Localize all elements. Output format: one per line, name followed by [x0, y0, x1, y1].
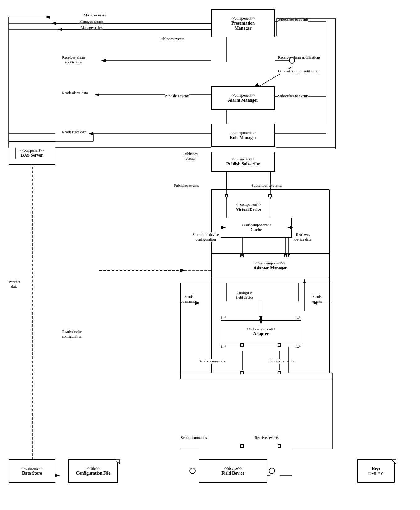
config-file-box: <<file>> Configuration File: [68, 459, 118, 483]
publishes-events-am-label: Publishes events: [165, 94, 189, 99]
fd-stereotype: <<device>>: [224, 466, 242, 471]
publishes-events-pm-label: Publishes events: [159, 37, 184, 41]
fd-name: Field Device: [221, 471, 244, 476]
manages-rules-label: Manages rules: [81, 25, 103, 30]
vd-left-port: [225, 194, 228, 197]
cache-name: Cache: [250, 227, 262, 232]
extra-lines: [0, 0, 420, 510]
rm-stereotype: <<component>>: [231, 131, 255, 135]
bottom-left-port: [240, 444, 244, 448]
fd-left-circle: [189, 468, 196, 474]
adapter-manager-box: <<subcomponent>> Adapter Manager: [211, 253, 329, 278]
bas-server-box: <<component>> BAS Server: [9, 141, 55, 165]
alarm-manager-box: <<component>> Alarm Manager: [211, 86, 275, 110]
subscribes-events-am-label: Subscribes to events: [278, 94, 308, 99]
ps-stereotype: <<connector>>: [231, 157, 254, 162]
key-box: Key: UML 2.0: [357, 459, 395, 483]
generates-alarm-notification-label: Generates alarm notification: [278, 69, 321, 74]
reads-alarm-data-label: Reads alarm data: [62, 91, 88, 95]
manages-alarms-label: Manages alarms: [79, 19, 103, 24]
svg-marker-98: [115, 459, 120, 464]
bas-name: BAS Server: [21, 153, 43, 158]
publish-subscribe-box: <<connector>> Publish Subscribe: [211, 152, 275, 172]
vd-right-port: [268, 194, 272, 197]
adm-name: Adapter Manager: [253, 266, 287, 271]
subscribes-events-pm-label: Subscribes to events: [278, 17, 308, 22]
svg-marker-13: [255, 83, 259, 86]
cf-name: Configuration File: [76, 471, 111, 476]
svg-marker-15: [95, 93, 99, 96]
am-name: Alarm Manager: [228, 98, 258, 103]
subscribes-events-vd-label: Subscribes to events: [252, 183, 282, 188]
rm-name: Rule Manager: [230, 135, 257, 140]
receives-alarm-notifications-label: Receives alarm notifications: [278, 55, 321, 60]
adm-right-port: [284, 254, 287, 257]
receives-alarm-notification-label: Receives alarmnotification: [62, 55, 85, 65]
diagram-lines: [0, 0, 420, 510]
publishes-events-vd-label: Publishes events: [174, 183, 199, 188]
key-dogear-icon: [391, 459, 396, 464]
key-uml: UML 2.0: [368, 471, 383, 476]
svg-marker-5: [57, 28, 62, 31]
store-field-device-label: Store field deviceconfiguration: [193, 232, 219, 242]
pm-stereotype: <<component>>: [231, 16, 255, 21]
diagram-container: <<component>> PresentationManager Manage…: [0, 0, 420, 510]
reads-rules-data-label: Reads rules data: [62, 130, 87, 135]
receives-events-bottom-label: Receives events: [255, 435, 279, 440]
svg-marker-3: [51, 22, 56, 25]
adm-left-port: [240, 254, 244, 257]
am-stereotype: <<component>>: [231, 93, 255, 98]
svg-marker-20: [89, 132, 93, 135]
svg-marker-97: [180, 269, 185, 272]
data-store-box: <<database>> Data Store: [9, 459, 55, 483]
bottom-right-port: [278, 444, 281, 448]
reads-device-config-label: Reads deviceconfiguration: [62, 329, 82, 339]
field-device-box: <<device>> Field Device: [199, 459, 267, 483]
ds-name: Data Store: [22, 471, 42, 476]
retrieves-device-data-label: Retrievesdevice data: [294, 232, 311, 242]
fd-right-circle: [269, 468, 275, 474]
rule-manager-box: <<component>> Rule Manager: [211, 124, 275, 147]
manages-users-label: Manages users: [84, 13, 106, 18]
presentation-manager-box: <<component>> PresentationManager: [211, 9, 275, 37]
adm-stereotype: <<subcomponent>>: [255, 261, 285, 266]
svg-marker-95: [55, 474, 60, 477]
svg-marker-99: [391, 459, 396, 464]
cf-stereotype: <<file>>: [86, 466, 100, 471]
svg-marker-1: [45, 16, 50, 19]
dogear-icon: [115, 459, 120, 464]
cache-stereotype: <<subcomponent>>: [241, 223, 271, 227]
adapter-outer-box: [180, 283, 332, 379]
sends-commands-bottom-label: Sends commands: [181, 435, 207, 440]
alarm-notification-circle: [289, 57, 295, 64]
svg-marker-10: [101, 59, 106, 62]
cache-box: <<subcomponent>> Cache: [221, 218, 292, 238]
persists-data-label: Persistsdata: [9, 280, 20, 289]
publishes-events-rm-label: Publishesevents: [183, 152, 198, 161]
ps-name: Publish Subscribe: [226, 162, 260, 167]
virtual-device-label: <<component>> Virtual Device: [236, 202, 261, 212]
ds-stereotype: <<database>>: [21, 466, 43, 471]
bas-stereotype: <<component>>: [20, 148, 44, 153]
pm-name: PresentationManager: [231, 21, 255, 31]
key-label: Key:: [372, 466, 380, 471]
